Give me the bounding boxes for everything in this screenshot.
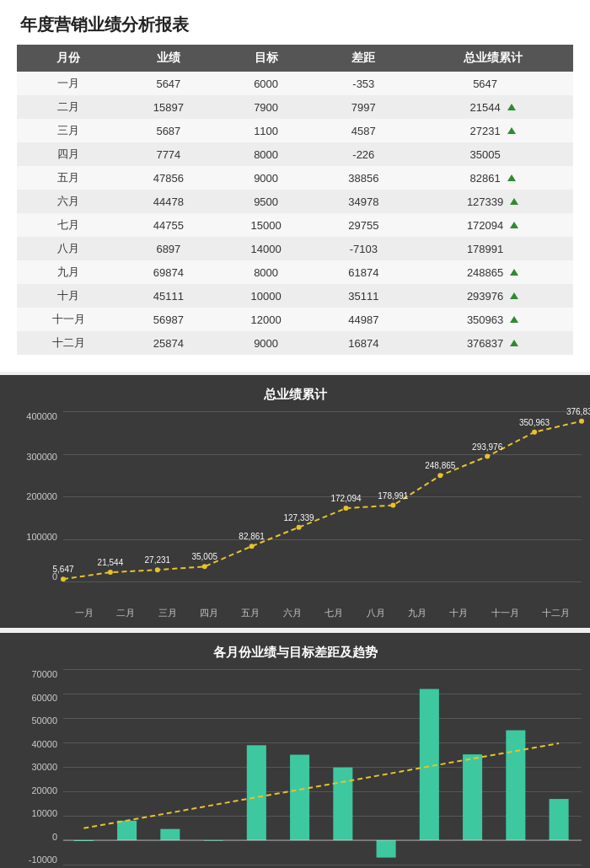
- col-header-performance: 业绩: [120, 45, 217, 72]
- bar-y-axis-labels: 70000 60000 50000 40000 30000 20000 1000…: [8, 669, 61, 865]
- svg-point-2: [108, 570, 113, 575]
- svg-text:35,005: 35,005: [191, 552, 217, 561]
- table-row: 四月 7774 8000 -226 35005: [17, 142, 573, 166]
- table-row: 五月 47856 9000 38856 82861: [17, 166, 573, 190]
- line-chart-title: 总业绩累计: [8, 387, 582, 403]
- svg-point-18: [485, 454, 490, 459]
- bar-chart-wrap: 70000 60000 50000 40000 30000 20000 1000…: [8, 669, 582, 868]
- svg-point-12: [343, 506, 348, 511]
- table-row: 八月 6897 14000 -7103 178991: [17, 237, 573, 260]
- svg-point-6: [202, 564, 207, 569]
- table-row: 十一月 56987 12000 44987 350963: [17, 308, 573, 331]
- col-header-gap: 差距: [314, 45, 412, 72]
- col-header-cumulative: 总业绩累计: [412, 45, 573, 72]
- table-row: 七月 44755 15000 29755 172094: [17, 213, 573, 237]
- col-header-month: 月份: [17, 45, 120, 72]
- table-row: 三月 5687 1100 4587 27231: [17, 119, 573, 142]
- table-header-row: 月份 业绩 目标 差距 总业绩累计: [17, 45, 573, 72]
- line-plot-area: 5,64721,54427,23135,00582,861127,339172,…: [63, 411, 582, 581]
- line-chart-x-labels: 一月二月三月四月五月六月七月八月九月十月十一月十二月: [8, 607, 582, 619]
- svg-point-22: [579, 419, 584, 424]
- svg-text:21,544: 21,544: [98, 558, 124, 567]
- svg-text:376,837: 376,837: [566, 407, 590, 416]
- svg-point-8: [249, 544, 255, 549]
- svg-point-4: [155, 567, 160, 572]
- table-row: 十二月 25874 9000 16874 376837: [17, 331, 573, 355]
- svg-text:27,231: 27,231: [145, 555, 171, 565]
- svg-text:350,963: 350,963: [519, 418, 550, 427]
- table-row: 九月 69874 8000 61874 248865: [17, 260, 573, 284]
- y-axis-labels: 400000 300000 200000 100000 0: [8, 411, 61, 581]
- svg-text:82,861: 82,861: [239, 532, 265, 541]
- line-chart-section: 总业绩累计 400000 300000 200000 100000 0 5,64…: [0, 375, 590, 628]
- svg-text:127,339: 127,339: [283, 513, 314, 522]
- report-title: 年度营销业绩分析报表: [17, 13, 573, 36]
- svg-text:178,991: 178,991: [378, 491, 409, 501]
- svg-text:5,647: 5,647: [52, 565, 73, 574]
- svg-text:172,094: 172,094: [330, 494, 362, 503]
- svg-point-16: [437, 473, 442, 478]
- table-row: 一月 5647 6000 -353 5647: [17, 72, 573, 95]
- bar-chart-title: 各月份业绩与目标差距及趋势: [8, 645, 582, 661]
- col-header-target: 目标: [217, 45, 315, 72]
- line-chart-wrap: 400000 300000 200000 100000 0 5,64721,54…: [8, 411, 582, 605]
- table-row: 十月 45111 10000 35111 293976: [17, 284, 573, 308]
- table-section: 年度营销业绩分析报表 月份 业绩 目标 差距 总业绩累计 一月 5647 600…: [0, 0, 590, 372]
- table-row: 六月 44478 9500 34978 127339: [17, 190, 573, 213]
- bar-area: [63, 669, 582, 865]
- bar-plot-area: [63, 669, 582, 865]
- svg-text:248,865: 248,865: [425, 461, 456, 470]
- line-chart-svg: 5,64721,54427,23135,00582,861127,339172,…: [63, 411, 582, 581]
- data-table: 月份 业绩 目标 差距 总业绩累计 一月 5647 6000 -353 5647…: [17, 45, 573, 355]
- svg-point-20: [532, 430, 537, 435]
- svg-point-14: [390, 503, 395, 508]
- svg-text:293,976: 293,976: [472, 442, 503, 452]
- table-row: 二月 15897 7900 7997 21544: [17, 95, 573, 119]
- svg-point-10: [297, 525, 302, 530]
- bar-chart-section: 各月份业绩与目标差距及趋势 70000 60000 50000 40000 30…: [0, 633, 590, 868]
- svg-point-0: [61, 576, 66, 581]
